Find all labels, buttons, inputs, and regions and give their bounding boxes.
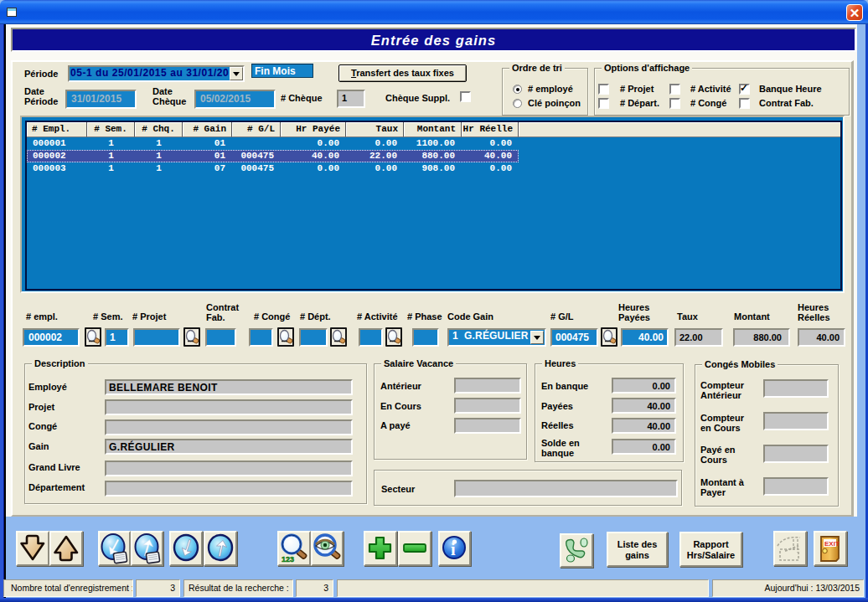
svg-text:123: 123 bbox=[282, 555, 294, 563]
svg-text:EXIT: EXIT bbox=[824, 540, 840, 548]
